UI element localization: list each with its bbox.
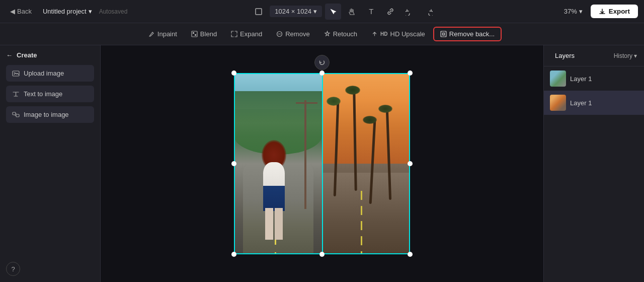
handle-bottom-left[interactable] bbox=[231, 252, 236, 257]
text-to-image-button[interactable]: Text to image bbox=[6, 86, 94, 102]
layer-thumb-1 bbox=[550, 70, 566, 87]
image-to-image-button[interactable]: Image to image bbox=[6, 106, 94, 123]
layers-tab[interactable]: Layers bbox=[551, 50, 579, 61]
layer-1-bottom-name: Layer 1 bbox=[570, 99, 592, 107]
handle-top-left[interactable] bbox=[231, 70, 236, 76]
project-name[interactable]: Untitled project ▾ bbox=[40, 6, 95, 17]
topbar-right: 37% ▾ Export bbox=[560, 5, 638, 18]
toolbar-blend[interactable]: Blend bbox=[185, 28, 223, 40]
svg-rect-10 bbox=[16, 114, 19, 117]
upload-image-icon bbox=[12, 69, 20, 77]
text-to-image-icon bbox=[12, 90, 20, 98]
redo-icon bbox=[425, 8, 433, 16]
export-label: Export bbox=[609, 8, 630, 15]
handle-top-right[interactable] bbox=[408, 70, 413, 76]
back-label: Back bbox=[17, 8, 32, 15]
toolbar-remove-label: Remove bbox=[285, 30, 309, 38]
hand-icon bbox=[348, 8, 356, 16]
zoom-level: 37% bbox=[564, 8, 577, 15]
create-arrow-icon: ← bbox=[6, 51, 13, 59]
svg-rect-3 bbox=[195, 34, 196, 36]
project-name-chevron-icon: ▾ bbox=[89, 8, 92, 15]
toolbar-retouch-label: Retouch bbox=[333, 30, 357, 38]
svg-rect-1 bbox=[192, 31, 197, 37]
back-button[interactable]: ◀ Back bbox=[6, 6, 36, 17]
handle-bottom-mid[interactable] bbox=[319, 252, 325, 257]
svg-rect-0 bbox=[256, 9, 262, 15]
link-tool-button[interactable] bbox=[382, 4, 398, 20]
layer-1-top-name: Layer 1 bbox=[570, 75, 592, 83]
photo-right bbox=[322, 73, 410, 254]
zoom-control[interactable]: 37% ▾ bbox=[560, 6, 587, 17]
text-tool-icon: T bbox=[369, 7, 373, 16]
remove-back-icon bbox=[440, 31, 447, 37]
photo-left-content bbox=[234, 73, 322, 254]
layer-item[interactable]: Layer 1 bbox=[544, 66, 644, 91]
layer-item[interactable]: Layer 1 bbox=[544, 91, 644, 115]
sidebar-header: ← Create bbox=[6, 51, 94, 59]
text-tool-button[interactable]: T bbox=[363, 4, 379, 20]
sidebar-header-label: Create bbox=[17, 51, 37, 59]
toolbar-expand-label: Expand bbox=[240, 30, 262, 38]
handle-bottom-right[interactable] bbox=[408, 252, 413, 257]
toolbar-inpaint-label: Inpaint bbox=[157, 30, 177, 38]
text-to-image-label: Text to image bbox=[24, 90, 62, 98]
canvas-size-selector[interactable]: 1024 × 1024 ▾ bbox=[270, 6, 322, 17]
layers-title: Layers bbox=[555, 52, 575, 59]
toolbar-inpaint[interactable]: Inpaint bbox=[142, 28, 183, 40]
upload-image-label: Upload image bbox=[24, 69, 64, 77]
toolbar-hd-upscale-label: HD bbox=[380, 31, 387, 37]
export-button[interactable]: Export bbox=[591, 5, 638, 18]
history-button[interactable]: History ▾ bbox=[614, 52, 637, 59]
zoom-chevron-icon: ▾ bbox=[579, 8, 583, 15]
toolbar-remove-back[interactable]: Remove back... bbox=[433, 27, 502, 41]
layers-tabs: Layers bbox=[551, 50, 579, 61]
layer-thumb-2 bbox=[550, 95, 566, 111]
layers-header: Layers History ▾ bbox=[544, 45, 644, 66]
image-to-image-label: Image to image bbox=[24, 111, 69, 118]
canvas-size-value: 1024 × 1024 bbox=[275, 8, 311, 15]
canvas-wrapper bbox=[234, 73, 410, 254]
toolbar: Inpaint Blend Expand Remove Retouch HD H… bbox=[0, 23, 644, 45]
remove-icon bbox=[276, 31, 283, 37]
topbar-center: 1024 × 1024 ▾ T bbox=[131, 4, 555, 20]
sidebar: ← Create Upload image Text to image Imag… bbox=[0, 45, 101, 282]
canvas-area[interactable] bbox=[101, 45, 543, 282]
history-label: History bbox=[614, 52, 632, 59]
toolbar-blend-label: Blend bbox=[200, 30, 217, 38]
handle-mid-left[interactable] bbox=[231, 161, 236, 166]
autosaved-label: Autosaved bbox=[99, 8, 128, 15]
topbar: ◀ Back Untitled project ▾ Autosaved 1024… bbox=[0, 0, 644, 23]
redo-button[interactable] bbox=[421, 4, 437, 20]
toolbar-remove[interactable]: Remove bbox=[270, 28, 315, 40]
undo-button[interactable] bbox=[401, 4, 418, 20]
handle-mid-right[interactable] bbox=[408, 161, 413, 166]
retouch-icon bbox=[324, 31, 331, 37]
help-button[interactable]: ? bbox=[6, 262, 20, 276]
upload-image-button[interactable]: Upload image bbox=[6, 65, 94, 82]
photo-left bbox=[234, 73, 322, 254]
crop-tool-button[interactable] bbox=[251, 4, 267, 20]
help-icon: ? bbox=[11, 265, 15, 273]
sidebar-footer: ? bbox=[6, 262, 94, 276]
refresh-icon bbox=[318, 59, 326, 66]
select-tool-button[interactable] bbox=[325, 4, 341, 20]
toolbar-retouch[interactable]: Retouch bbox=[318, 28, 363, 40]
history-chevron-icon: ▾ bbox=[634, 52, 637, 59]
inpaint-icon bbox=[148, 31, 155, 37]
image-canvas bbox=[234, 73, 410, 254]
back-arrow-icon: ◀ bbox=[10, 8, 15, 15]
select-icon bbox=[330, 8, 337, 15]
image-to-image-icon bbox=[12, 111, 20, 118]
toolbar-hd-upscale[interactable]: HD HD Upscale bbox=[365, 28, 431, 40]
toolbar-hd-upscale-text: HD Upscale bbox=[390, 30, 425, 38]
expand-icon bbox=[231, 31, 237, 37]
hand-tool-button[interactable] bbox=[344, 4, 360, 20]
topbar-left: ◀ Back Untitled project ▾ Autosaved bbox=[6, 6, 127, 17]
svg-rect-9 bbox=[13, 112, 16, 115]
toolbar-expand[interactable]: Expand bbox=[225, 28, 268, 40]
export-icon bbox=[599, 8, 606, 15]
handle-top-mid[interactable] bbox=[319, 70, 325, 76]
refresh-button[interactable] bbox=[314, 55, 330, 70]
divider-line bbox=[322, 73, 323, 254]
